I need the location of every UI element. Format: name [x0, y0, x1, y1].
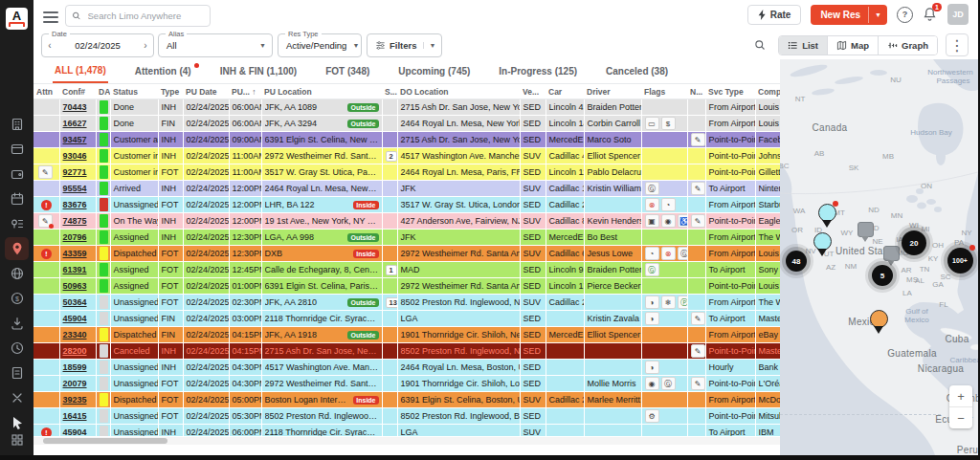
sidebar-item-dispatch-icon[interactable]: [5, 237, 29, 260]
scrollbar-thumb[interactable]: [43, 438, 167, 444]
sidebar-item-globe-icon[interactable]: [5, 262, 29, 285]
sidebar-item-import-icon[interactable]: [5, 312, 29, 335]
conf-number-link[interactable]: 45904: [63, 427, 87, 436]
table-row[interactable]: 20796AssignedINH02/24/202512:30PMLGA, AA…: [33, 230, 780, 246]
view-graph-button[interactable]: Graph: [878, 36, 937, 55]
sidebar-item-notes-icon[interactable]: [5, 361, 29, 384]
vehicle-pin[interactable]: [870, 310, 888, 334]
table-row[interactable]: 95554ArrivedINH02/24/202512:00PM2464 Roy…: [33, 181, 780, 197]
conf-number-link[interactable]: 43359: [63, 249, 87, 258]
column-header-conf[interactable]: Conf#: [59, 84, 96, 99]
column-header-da[interactable]: DA: [96, 84, 110, 99]
date-field[interactable]: Date ‹ 02/24/2025 ›: [41, 33, 154, 57]
sidebar-item-payments-icon[interactable]: $: [5, 287, 29, 310]
conf-number-link[interactable]: 20796: [63, 232, 87, 242]
table-row[interactable]: 93046Customer in CarINH02/24/202511:00AM…: [33, 148, 780, 164]
map-cluster-marker[interactable]: 5: [872, 265, 893, 286]
zoom-out-button[interactable]: −: [949, 407, 972, 428]
tab-upcoming[interactable]: Upcoming (745): [396, 60, 472, 82]
prev-date-button[interactable]: ‹: [42, 40, 57, 51]
sidebar-item-apps-icon[interactable]: [5, 428, 29, 451]
zoom-in-button[interactable]: +: [949, 385, 972, 407]
column-header-s[interactable]: S...: [382, 84, 397, 99]
table-row[interactable]: 16627DoneFIN02/24/202506:00AMJFK, AA 329…: [33, 116, 780, 132]
filters-button[interactable]: Filters ▼: [367, 33, 442, 57]
conf-number-link[interactable]: 16415: [63, 411, 87, 421]
vehicle-pin[interactable]: [818, 204, 836, 228]
tab-fot[interactable]: FOT (348): [323, 60, 371, 82]
conf-number-link[interactable]: 74875: [63, 216, 87, 226]
table-row[interactable]: !43359DispatchedFOT02/24/202512:30PMDXBI…: [33, 246, 780, 262]
view-list-button[interactable]: List: [779, 36, 827, 55]
new-res-button[interactable]: New Res ▼: [811, 5, 887, 25]
notifications-button[interactable]: 1: [923, 7, 938, 22]
help-icon[interactable]: ?: [897, 7, 913, 23]
table-row[interactable]: 39235DispatchedFOT02/24/202505:00PMBosto…: [33, 392, 780, 408]
res-type-select[interactable]: Res Type Active/Pending ▼: [278, 33, 362, 57]
table-row[interactable]: ✎74875On The WayINH02/24/202512:00PM19 1…: [33, 213, 780, 230]
table-row[interactable]: 23340DispatchedFIN02/24/202504:15PMJFK, …: [33, 327, 780, 343]
tab-in-progress[interactable]: In-Progress (125): [497, 60, 579, 82]
table-row[interactable]: 93457Customer at DOINH02/24/202509:00AM6…: [33, 132, 780, 148]
column-header-flags[interactable]: Flags: [641, 84, 687, 99]
conf-number-link[interactable]: 16627: [63, 119, 87, 128]
table-row[interactable]: 61391AssignedFOT02/24/202512:45PMCalle d…: [33, 262, 780, 278]
tab-canceled[interactable]: Canceled (38): [604, 60, 670, 82]
conf-number-link[interactable]: 61391: [63, 265, 87, 274]
column-header-pulocation[interactable]: PU Location: [261, 84, 382, 99]
column-header-pudate[interactable]: PU Date: [183, 84, 229, 99]
table-row[interactable]: 50963AssignedFOT02/24/202501:00PM6391 El…: [33, 278, 780, 295]
conf-number-link[interactable]: 50364: [63, 297, 87, 307]
table-row[interactable]: 18599UnassignedINH02/24/202504:30PM4517 …: [33, 360, 780, 376]
map-cluster-marker[interactable]: 100+: [947, 248, 973, 274]
table-search-icon[interactable]: [749, 34, 770, 55]
conf-number-link[interactable]: 45904: [63, 314, 87, 323]
map-cluster-marker[interactable]: 48: [786, 251, 807, 272]
sidebar-item-close-icon[interactable]: [5, 386, 29, 409]
column-header-type[interactable]: Type: [158, 84, 183, 99]
column-header-company[interactable]: Company: [755, 84, 780, 99]
map-cluster-marker[interactable]: 20: [902, 230, 926, 255]
table-row[interactable]: !45904UnassignedINH02/24/202506:00PM2118…: [33, 425, 780, 437]
table-row[interactable]: 50364UnassignedFOT02/24/202502:30PMJFK, …: [33, 295, 780, 311]
horizontal-scrollbar[interactable]: [33, 437, 780, 445]
sidebar-item-reservations-icon[interactable]: [5, 138, 29, 161]
column-header-status[interactable]: Status: [110, 84, 158, 99]
dispatch-map[interactable]: NorthwesternPassagesHudson BayGulf ofMex…: [780, 59, 978, 455]
limo-anywhere-logo[interactable]: A: [6, 8, 28, 30]
tab-all[interactable]: ALL (1,478): [53, 59, 108, 83]
menu-icon[interactable]: [43, 9, 58, 22]
conf-number-link[interactable]: 70443: [63, 102, 87, 112]
conf-number-link[interactable]: 93457: [63, 135, 87, 144]
alias-select[interactable]: Alias All ▼: [158, 33, 273, 57]
reservation-table[interactable]: AttnConf#DAStatusTypePU DatePU... ↑PU Lo…: [33, 84, 780, 436]
search-input[interactable]: [86, 10, 204, 22]
vehicle-marker[interactable]: [883, 246, 900, 266]
more-options-icon[interactable]: ⋮: [946, 33, 969, 56]
tab-inh[interactable]: INH & FIN (1,100): [218, 60, 300, 82]
column-header-dolocation[interactable]: DO Location: [397, 84, 520, 99]
column-header-attn[interactable]: Attn: [33, 84, 59, 99]
next-date-button[interactable]: ›: [138, 40, 153, 51]
conf-number-link[interactable]: 95554: [63, 184, 87, 193]
conf-number-link[interactable]: 20079: [63, 379, 87, 388]
table-row[interactable]: !83676UnassignedFOT02/24/202512:00PMLHR,…: [33, 197, 780, 213]
sidebar-item-company-icon[interactable]: [5, 113, 29, 136]
conf-number-link[interactable]: 50963: [63, 281, 87, 291]
conf-number-link[interactable]: 93046: [63, 151, 87, 161]
vehicle-marker[interactable]: [858, 222, 874, 242]
avatar[interactable]: JD: [947, 4, 969, 25]
conf-number-link[interactable]: 28200: [63, 346, 87, 356]
global-search[interactable]: [65, 5, 211, 27]
conf-number-link[interactable]: 39235: [63, 395, 87, 405]
sidebar-item-wallet-icon[interactable]: [5, 163, 29, 186]
vehicle-pin[interactable]: [813, 232, 832, 256]
filters-dropdown[interactable]: ▼: [423, 42, 436, 49]
conf-number-link[interactable]: 83676: [63, 200, 87, 209]
conf-number-link[interactable]: 18599: [63, 362, 87, 372]
table-row[interactable]: 70443DoneINH02/24/202506:00AMJFK, AA 108…: [33, 99, 780, 116]
sidebar-item-trips-icon[interactable]: [5, 212, 29, 235]
table-row[interactable]: 28200CanceledINH02/24/202504:15PM2715 As…: [33, 343, 780, 360]
column-header-ve[interactable]: Ve...: [520, 84, 546, 99]
conf-number-link[interactable]: 23340: [63, 330, 87, 340]
